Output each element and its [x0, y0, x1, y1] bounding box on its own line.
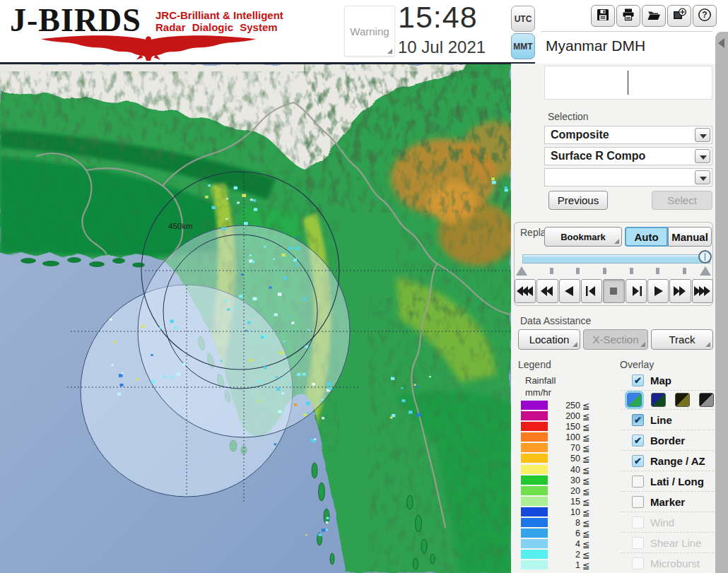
- checkbox[interactable]: [632, 496, 644, 508]
- step-forward-button[interactable]: [626, 279, 647, 303]
- legend-value: 30: [551, 475, 580, 485]
- stop-icon: [604, 285, 623, 297]
- legend-value: 15: [551, 497, 580, 507]
- selection-list-box[interactable]: [544, 66, 712, 100]
- back-button[interactable]: [559, 279, 580, 303]
- fast-forward-3-button[interactable]: [692, 279, 713, 303]
- checkbox[interactable]: ✔: [632, 435, 644, 447]
- open-folder-button[interactable]: [642, 5, 666, 27]
- checkbox[interactable]: [632, 475, 644, 488]
- replay-timeline-slider[interactable]: [522, 254, 710, 264]
- step-back-button[interactable]: [581, 279, 602, 303]
- legend-value: 1: [551, 560, 580, 570]
- range-ring-label: 450km: [168, 222, 193, 230]
- overlay-label: Line: [650, 414, 672, 426]
- auto-mode-button[interactable]: Auto: [625, 227, 668, 247]
- timeline-tick: [630, 268, 633, 274]
- chevron-down-icon[interactable]: [695, 149, 710, 163]
- dropdown-option[interactable]: [544, 168, 712, 187]
- overlay-row-line: ✔Line: [620, 410, 714, 430]
- legend-color-swatch: [521, 401, 548, 410]
- legend-suffix: ≦: [582, 475, 589, 486]
- panel-collapse-strip[interactable]: [715, 32, 728, 573]
- legend-value: 10: [551, 507, 580, 517]
- legend-color-swatch: [521, 560, 548, 569]
- x-section-button[interactable]: X-Section: [583, 329, 648, 350]
- utc-toggle-button[interactable]: UTC: [511, 6, 535, 32]
- legend-color-swatch: [521, 486, 548, 495]
- checkbox[interactable]: ✔: [632, 414, 644, 426]
- legend-color-swatch: [521, 518, 548, 527]
- previous-button[interactable]: Previous: [548, 191, 608, 210]
- fast-forward-2-icon: [671, 285, 689, 297]
- bookmark-button[interactable]: Bookmark: [544, 227, 622, 247]
- dropdown-category[interactable]: Composite: [544, 126, 712, 144]
- overlay-label: Map: [650, 374, 671, 386]
- legend-suffix: ≦: [582, 539, 589, 550]
- legend-item: 6≦: [518, 528, 594, 538]
- overlay-row-range-az: ✔Range / AZ: [620, 451, 714, 471]
- back-icon: [560, 285, 579, 297]
- legend-value: 70: [551, 443, 580, 453]
- manual-mode-button[interactable]: Manual: [668, 227, 712, 247]
- track-button[interactable]: Track: [651, 329, 713, 350]
- app-logo-subtitle: JRC-Brilliant & Intelligent Radar Dialog…: [155, 9, 297, 33]
- legend-suffix: ≦: [582, 528, 589, 539]
- play-button[interactable]: [647, 279, 669, 303]
- fast-forward-3-icon: [693, 285, 712, 297]
- map-style-swatch-1[interactable]: [627, 393, 642, 407]
- select-button[interactable]: Select: [652, 191, 712, 210]
- legend-item: 40≦: [518, 464, 594, 475]
- legend-value: 200: [551, 411, 580, 421]
- stop-button[interactable]: [603, 279, 624, 303]
- legend-value: 4: [551, 539, 580, 549]
- legend-suffix: ≦: [582, 497, 589, 507]
- add-image-button[interactable]: [667, 5, 691, 27]
- data-assistance-label: Data Assistance: [520, 315, 591, 326]
- legend-color-swatch: [521, 497, 548, 506]
- header-divider: [0, 62, 535, 64]
- dropdown-product[interactable]: Surface R Compo: [544, 147, 712, 165]
- overlay-label: Marker: [650, 496, 685, 508]
- overlay-row-microburst: Microburst: [620, 553, 714, 573]
- legend-suffix: ≦: [582, 550, 589, 560]
- save-button[interactable]: [591, 5, 615, 27]
- legend-item: 50≦: [518, 453, 594, 463]
- map-style-swatch-2[interactable]: [651, 393, 666, 407]
- legend-color-swatch: [521, 422, 548, 431]
- overlay-row-map: ✔Map: [620, 370, 714, 391]
- warning-button[interactable]: Warning: [344, 6, 395, 57]
- timeline-tick: [683, 268, 686, 274]
- help-button[interactable]: ?: [693, 5, 717, 27]
- rewind-3-button[interactable]: [515, 279, 536, 303]
- fast-forward-2-button[interactable]: [669, 279, 691, 303]
- panel-collapse-arrow-icon[interactable]: [718, 38, 724, 48]
- checkbox[interactable]: ✔: [632, 374, 644, 386]
- legend-color-swatch: [521, 432, 548, 442]
- legend-value: 250: [551, 401, 580, 410]
- chevron-down-icon[interactable]: [695, 170, 710, 184]
- mmt-toggle-button[interactable]: MMT: [511, 33, 535, 59]
- legend-suffix: ≦: [582, 518, 589, 528]
- checkbox[interactable]: ✔: [632, 455, 644, 467]
- rewind-2-button[interactable]: [536, 279, 558, 303]
- map-style-swatch-4[interactable]: [699, 393, 714, 407]
- overlay-label: Range / AZ: [650, 455, 705, 467]
- legend-item: 30≦: [518, 475, 594, 485]
- replay-slider-handle[interactable]: [698, 250, 712, 264]
- legend-suffix: ≦: [582, 422, 589, 432]
- print-icon: [621, 8, 635, 24]
- legend-color-swatch: [521, 528, 548, 538]
- legend-value: 150: [551, 422, 580, 432]
- legend-value: 8: [551, 518, 580, 528]
- legend-suffix: ≦: [582, 465, 589, 475]
- selection-caret: [628, 71, 628, 95]
- legend-item: 10≦: [518, 507, 594, 517]
- radar-map-canvas[interactable]: 450km: [0, 64, 511, 573]
- print-button[interactable]: [616, 5, 640, 27]
- legend-item: 15≦: [518, 496, 594, 507]
- legend-suffix: ≦: [582, 432, 589, 443]
- location-button[interactable]: Location: [518, 329, 580, 350]
- chevron-down-icon[interactable]: [695, 128, 710, 142]
- map-style-swatch-3[interactable]: [675, 393, 690, 407]
